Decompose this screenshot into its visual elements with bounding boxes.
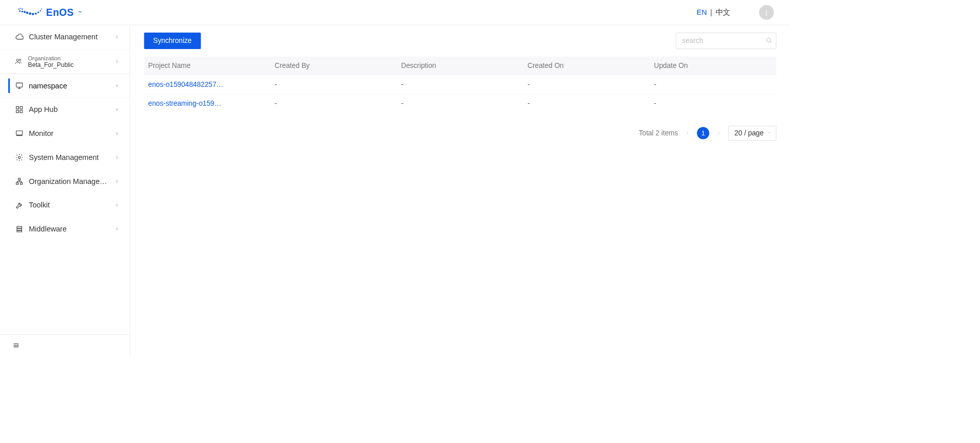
search-input[interactable] — [676, 33, 776, 49]
pager-page-1[interactable]: 1 — [697, 127, 709, 139]
sidebar-item-label: namespace — [29, 81, 114, 90]
svg-point-28 — [767, 38, 771, 42]
org-chart-icon — [15, 177, 24, 186]
svg-point-14 — [19, 59, 21, 61]
chevron-right-icon — [114, 131, 119, 136]
cloud-icon — [15, 33, 24, 42]
svg-rect-18 — [16, 110, 19, 113]
svg-point-3 — [19, 10, 20, 12]
cell-description: - — [397, 95, 524, 113]
page-size-select[interactable]: 20 / page — [728, 126, 776, 141]
svg-rect-16 — [16, 106, 19, 109]
pagination: Total 2 items 1 20 / page — [144, 126, 776, 141]
svg-point-5 — [23, 11, 26, 13]
col-update-on: Update On — [650, 56, 776, 75]
sidebar-item-label: System Management — [29, 153, 114, 162]
svg-rect-15 — [16, 83, 22, 87]
svg-rect-23 — [16, 183, 18, 184]
chevron-right-icon — [114, 154, 119, 160]
sidebar-collapse-toggle[interactable] — [0, 334, 130, 357]
sidebar-item-system-management[interactable]: System Management — [0, 146, 130, 170]
svg-point-6 — [26, 12, 29, 14]
sidebar: Cluster Management Organization Beta_For… — [0, 25, 130, 357]
main-content: Synchronize Project Name Created By — [130, 25, 791, 357]
col-created-by: Created By — [271, 56, 397, 75]
sidebar-item-label: Organization Manage… — [29, 177, 114, 185]
sidebar-item-namespace[interactable]: namespace — [0, 74, 130, 98]
avatar[interactable]: j — [759, 5, 774, 20]
topbar: EnOS™ EN | 中文 j — [0, 0, 790, 25]
sidebar-item-label: Cluster Management — [29, 33, 114, 41]
grid-icon — [15, 105, 24, 114]
sidebar-item-label: App Hub — [29, 105, 114, 114]
svg-rect-22 — [18, 178, 20, 180]
table-row: enos-streaming-o159… - - - - — [144, 95, 776, 113]
svg-rect-25 — [17, 226, 21, 228]
svg-point-4 — [21, 11, 23, 13]
chevron-right-icon — [114, 83, 119, 88]
pager-prev[interactable] — [684, 129, 692, 137]
sidebar-item-middleware[interactable]: Middleware — [0, 217, 130, 241]
logo[interactable]: EnOS™ — [16, 7, 82, 18]
svg-point-1 — [20, 8, 21, 9]
project-link[interactable]: enos-streaming-o159… — [148, 100, 221, 107]
language-switch: EN | 中文 — [697, 8, 730, 17]
synchronize-button[interactable]: Synchronize — [144, 33, 201, 49]
lang-zh[interactable]: 中文 — [716, 8, 730, 17]
svg-point-8 — [32, 13, 34, 15]
chevron-right-icon — [114, 226, 119, 232]
table-row: enos-o159048482257… - - - - — [144, 76, 776, 95]
svg-rect-27 — [17, 230, 21, 232]
pager-next[interactable] — [715, 129, 723, 137]
cell-created-by: - — [271, 76, 397, 95]
table-header-row: Project Name Created By Description Crea… — [144, 56, 776, 75]
lang-en[interactable]: EN — [697, 8, 707, 17]
sidebar-org-selector[interactable]: Organization Beta_For_Public — [0, 49, 130, 74]
chevron-right-icon — [114, 107, 119, 112]
svg-line-29 — [770, 41, 771, 42]
gear-icon — [15, 153, 24, 162]
wrench-icon — [15, 201, 24, 210]
sidebar-item-label: Monitor — [29, 129, 114, 138]
logo-text: EnOS — [46, 7, 74, 18]
col-created-on: Created On — [524, 56, 650, 75]
svg-point-7 — [29, 12, 31, 15]
project-link[interactable]: enos-o159048482257… — [148, 81, 223, 88]
cell-description: - — [397, 76, 524, 95]
sidebar-item-cluster-management[interactable]: Cluster Management — [0, 25, 130, 49]
chevron-down-icon — [767, 129, 772, 137]
chevron-right-icon — [114, 178, 119, 184]
cell-created-on: - — [524, 95, 650, 113]
chevron-down-icon — [114, 34, 119, 40]
svg-rect-19 — [20, 110, 22, 113]
cell-created-on: - — [524, 76, 650, 95]
sidebar-item-organization-management[interactable]: Organization Manage… — [0, 169, 130, 193]
cell-update-on: - — [650, 95, 776, 113]
org-value: Beta_For_Public — [28, 61, 120, 68]
toolbar: Synchronize — [144, 33, 776, 49]
svg-point-0 — [18, 9, 19, 10]
pager-total: Total 2 items — [639, 129, 678, 137]
avatar-initial: j — [766, 9, 767, 16]
svg-rect-26 — [17, 228, 21, 230]
svg-rect-20 — [16, 131, 22, 135]
svg-point-13 — [16, 59, 18, 61]
cell-update-on: - — [650, 76, 776, 95]
sidebar-item-label: Toolkit — [29, 201, 114, 209]
chevron-right-icon — [114, 59, 119, 64]
layers-icon — [15, 225, 24, 234]
org-label: Organization — [28, 55, 120, 61]
sidebar-item-monitor[interactable]: Monitor — [0, 122, 130, 146]
svg-rect-24 — [20, 183, 22, 184]
svg-point-21 — [18, 156, 20, 158]
projects-table: Project Name Created By Description Crea… — [144, 56, 776, 113]
logo-tm: ™ — [78, 10, 82, 14]
monitor-icon — [15, 81, 24, 90]
user-group-icon — [15, 58, 22, 66]
svg-point-2 — [21, 9, 22, 10]
sidebar-item-label: Middleware — [29, 225, 114, 234]
logo-mark-icon — [16, 7, 43, 18]
sidebar-item-app-hub[interactable]: App Hub — [0, 98, 130, 122]
display-icon — [15, 129, 24, 138]
sidebar-item-toolkit[interactable]: Toolkit — [0, 193, 130, 217]
